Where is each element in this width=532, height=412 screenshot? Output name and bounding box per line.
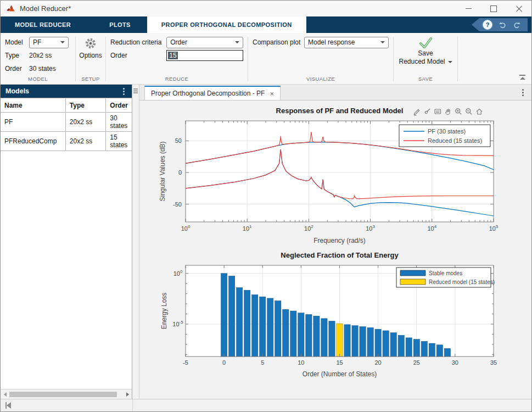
tab-proper-orthogonal-decomposition[interactable]: PROPER ORTHOGONAL DECOMPOSITION <box>147 16 306 33</box>
app-window: Model Reducer* MODEL REDUCER PLOTS PROPE… <box>0 0 532 412</box>
comparison-plot-dropdown[interactable]: Model response <box>304 37 389 48</box>
svg-text:-50: -50 <box>173 201 182 208</box>
cell-name: PFReducedComp <box>1 132 65 151</box>
gear-icon <box>84 37 97 50</box>
export-icon[interactable] <box>412 107 421 116</box>
bar <box>429 343 435 357</box>
title-bar: Model Reducer* <box>1 1 531 16</box>
minimize-button[interactable] <box>456 1 481 16</box>
column-header-type[interactable]: Type <box>65 98 106 113</box>
bar <box>444 348 450 357</box>
svg-text:-5: -5 <box>183 359 188 366</box>
zoom-out-icon[interactable] <box>464 107 473 116</box>
options-button[interactable]: Options <box>80 36 101 75</box>
scrollbar-thumb[interactable] <box>9 392 117 397</box>
cell-type: 20x2 ss <box>65 113 106 132</box>
legend[interactable]: PF (30 states)Reduced (15 states) <box>399 125 490 147</box>
document-menu-icon[interactable] <box>522 92 524 93</box>
column-header-name[interactable]: Name <box>1 98 65 113</box>
section-label-model: MODEL <box>5 75 71 83</box>
collapse-ribbon-icon[interactable] <box>519 75 526 80</box>
triangle-right-icon <box>126 392 129 397</box>
chart-responses[interactable]: 100101102103104105-50050Responses of PF … <box>139 103 531 247</box>
pan-icon[interactable] <box>444 107 452 116</box>
triangle-left-icon <box>4 392 7 397</box>
svg-text:Order (Number of States): Order (Number of States) <box>303 370 377 378</box>
bar <box>244 290 250 357</box>
bar <box>237 288 243 357</box>
section-label-reduce: REDUCE <box>110 75 243 83</box>
type-label: Type <box>5 52 29 59</box>
order-input[interactable]: 15 <box>166 50 243 61</box>
options-button-label: Options <box>79 52 102 59</box>
bar <box>406 338 412 357</box>
bar <box>252 294 258 357</box>
bar <box>298 313 304 357</box>
maximize-button[interactable] <box>481 1 506 16</box>
svg-text:Neglected Fraction of Total En: Neglected Fraction of Total Energy <box>281 251 399 259</box>
models-panel-menu-icon[interactable] <box>123 91 125 92</box>
bar <box>267 298 273 357</box>
column-header-order[interactable]: Order <box>106 98 132 113</box>
collapse-panel-icon[interactable] <box>5 402 11 409</box>
models-table: Name Type Order PF 20x2 ss 30 states PFR… <box>1 98 132 151</box>
bar <box>398 335 404 357</box>
svg-text:0: 0 <box>178 169 182 176</box>
bar <box>383 331 389 357</box>
models-panel: Models Name Type Order PF 20x2 ss 30 sta… <box>1 85 132 399</box>
document-area: Proper Orthogonal Decomposition - PF × 1… <box>139 85 531 399</box>
svg-text:104: 104 <box>427 224 436 232</box>
svg-text:Stable modes: Stable modes <box>429 270 462 276</box>
bar <box>344 325 350 357</box>
svg-text:Energy Loss: Energy Loss <box>160 293 168 330</box>
order-input-value: 15 <box>168 52 177 59</box>
axes-toolbar <box>412 107 484 116</box>
scroll-right-arrow[interactable] <box>123 389 132 399</box>
table-row[interactable]: PFReducedComp 20x2 ss 15 states <box>1 132 132 151</box>
svg-text:10-5: 10-5 <box>172 320 183 327</box>
datatips-icon[interactable] <box>433 107 442 116</box>
chart-energy-loss[interactable]: -50510152025303510010-5Neglected Fractio… <box>139 248 531 386</box>
document-tab-pod-pf[interactable]: Proper Orthogonal Decomposition - PF × <box>144 86 281 100</box>
section-setup: Options SETUP <box>76 33 105 84</box>
save-button-label-line2: Reduced Model <box>399 58 445 66</box>
scroll-left-arrow[interactable] <box>1 389 9 399</box>
section-save: Save Reduced Model SAVE <box>394 33 457 84</box>
undo-icon[interactable] <box>499 21 507 29</box>
legend[interactable]: Stable modesReduced model (15 states) <box>396 268 495 287</box>
bar <box>390 333 396 357</box>
close-button[interactable] <box>506 1 531 16</box>
reduce-order-label: Order <box>110 52 166 59</box>
bar <box>260 297 266 357</box>
section-visualize: Comparison plot Model response VISUALIZE <box>248 33 393 84</box>
bar <box>436 345 443 357</box>
bar <box>421 341 427 357</box>
help-icon[interactable]: ? <box>483 20 492 30</box>
save-reduced-model-button[interactable]: Save Reduced Model <box>398 36 453 75</box>
tab-plots[interactable]: PLOTS <box>95 16 145 33</box>
bar <box>283 309 289 357</box>
bar <box>367 327 373 357</box>
brush-icon[interactable] <box>423 107 432 116</box>
reduction-criteria-value: Order <box>170 38 187 46</box>
chevron-down-icon <box>60 41 65 43</box>
redo-icon[interactable] <box>513 21 521 29</box>
table-row[interactable]: PF 20x2 ss 30 states <box>1 113 132 132</box>
models-panel-title: Models <box>5 87 29 95</box>
restore-view-icon[interactable] <box>475 107 484 116</box>
tab-close-icon[interactable]: × <box>270 90 274 97</box>
section-label-save: SAVE <box>398 75 453 83</box>
tab-model-reducer[interactable]: MODEL REDUCER <box>1 16 85 33</box>
splitter-grip-icon <box>133 88 138 90</box>
reduction-criteria-label: Reduction criteria <box>110 38 166 46</box>
model-dropdown[interactable]: PF <box>29 37 69 48</box>
bar <box>329 321 335 357</box>
panel-splitter[interactable] <box>132 85 139 399</box>
svg-text:Singular Values (dB): Singular Values (dB) <box>159 141 166 201</box>
svg-text:20: 20 <box>375 359 382 366</box>
svg-text:100: 100 <box>181 224 191 232</box>
bar <box>290 311 296 357</box>
zoom-in-icon[interactable] <box>454 107 463 116</box>
reduction-criteria-dropdown[interactable]: Order <box>166 37 243 48</box>
toolstrip-spacer <box>458 33 531 84</box>
